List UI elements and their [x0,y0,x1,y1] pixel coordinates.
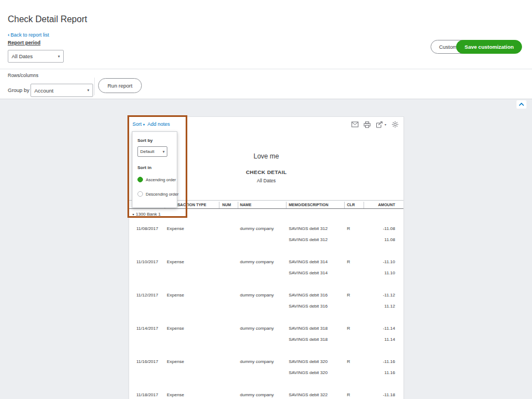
transaction-block: 11/10/2017Expensedummy companySAVINGS de… [129,257,403,290]
transaction-subrow[interactable]: SAVINGS debit 31811.14 [129,334,403,345]
report-period-dropdown[interactable]: All Dates ▾ [8,50,64,63]
cell-amount: -11.16 [356,356,395,367]
cell-memo: SAVINGS debit 322 [289,390,328,399]
column-divider [219,202,219,208]
transaction-row[interactable]: 11/10/2017Expensedummy companySAVINGS de… [129,257,403,268]
transaction-block: 11/08/2017Expensedummy companySAVINGS de… [129,223,403,257]
transaction-row[interactable]: 11/16/2017Expensedummy companySAVINGS de… [129,356,403,367]
export-chevron-down-icon[interactable]: ▾ [385,122,386,126]
cell-clr: R [347,290,350,301]
sort-by-value: Default [140,149,154,154]
collapse-triangle-icon: ▾ [132,213,134,216]
add-notes-link[interactable]: Add notes [147,121,170,127]
column-divider [364,202,364,208]
transaction-subrow[interactable]: SAVINGS debit 31211.08 [129,234,403,245]
cell-amount: -11.14 [356,323,395,334]
table-body: 11/08/2017Expensedummy companySAVINGS de… [129,223,403,399]
transaction-block: 11/18/2017Expensedummy companySAVINGS de… [129,390,403,399]
cell-amount: -11.12 [356,290,395,301]
cell-clr: R [347,356,350,367]
cell-name: dummy company [240,290,274,301]
check-detail-report-page: Check Detail Report ‹Back to report list… [0,0,532,399]
cell-date: 11/18/2017 [136,390,158,399]
sort-link[interactable]: Sort ▾ [132,121,145,127]
cell-memo: SAVINGS debit 316 [289,290,328,301]
transaction-row[interactable]: 11/14/2017Expensedummy companySAVINGS de… [129,323,403,334]
group-row-bank-account[interactable]: ▾1300 Bank 1 [132,210,161,219]
cell-name: dummy company [240,390,274,399]
cell-date: 11/16/2017 [136,356,158,367]
cell-amount: -11.08 [356,223,395,234]
save-customization-button[interactable]: Save customization [456,40,522,54]
transaction-subrow[interactable]: SAVINGS debit 31611.12 [129,301,403,312]
transaction-subrow[interactable]: SAVINGS debit 32011.16 [129,367,403,378]
cell-transaction-type: Expense [167,223,184,234]
gear-icon[interactable] [391,121,399,128]
column-header-name[interactable]: NAME [240,201,252,209]
cell-memo: SAVINGS debit 320 [289,356,328,367]
descending-order-label: Descending order [146,192,178,197]
print-icon[interactable] [364,121,371,128]
cell-transaction-type: Expense [167,290,184,301]
transaction-row[interactable]: 11/08/2017Expensedummy companySAVINGS de… [129,223,403,234]
descending-order-option[interactable]: Descending order [137,191,178,197]
group-by-value: Account [34,88,53,94]
transaction-subrow[interactable]: SAVINGS debit 31411.10 [129,268,403,279]
column-header-memo-description[interactable]: MEMO/DESCRIPTION [289,201,329,209]
column-header-amount[interactable]: AMOUNT [356,201,395,209]
back-to-report-list-link[interactable]: ‹Back to report list [8,32,49,38]
back-chevron-icon: ‹ [8,32,9,38]
cell-transaction-type: Expense [167,323,184,334]
radio-unselected-icon[interactable] [137,191,143,197]
column-divider [286,202,287,208]
column-header-num[interactable]: NUM [222,201,231,209]
sort-link-label: Sort [132,121,142,127]
report-period-value: All Dates [12,53,33,59]
cell-sub-amount: 11.12 [356,301,395,312]
toolbar-vertical-divider [94,78,95,95]
column-divider [238,202,238,208]
cell-sub-memo: SAVINGS debit 318 [289,334,328,345]
cell-clr: R [347,323,350,334]
cell-sub-amount: 11.10 [356,268,395,279]
chevron-down-icon: ▾ [87,88,89,93]
cell-transaction-type: Expense [167,257,184,268]
group-by-label: Group by [8,87,29,93]
transaction-row[interactable]: 11/12/2017Expensedummy companySAVINGS de… [129,290,403,301]
group-by-dropdown[interactable]: Account ▾ [30,84,93,97]
export-icon[interactable] [376,121,383,128]
cell-clr: R [347,390,350,399]
cell-sub-memo: SAVINGS debit 316 [289,301,328,312]
chevron-down-icon: ▾ [162,150,165,154]
rows-columns-label: Rows/columns [8,73,38,78]
collapse-header-button[interactable] [516,100,526,109]
report-card-toolbar: Sort ▾ Add notes ▾ [129,117,403,132]
column-header-clr[interactable]: CLR [347,201,355,209]
cell-transaction-type: Expense [167,356,184,367]
cell-name: dummy company [240,257,274,268]
cell-memo: SAVINGS debit 312 [289,223,328,234]
ascending-order-option[interactable]: Ascending order [137,177,176,182]
cell-clr: R [347,223,350,234]
cell-sub-memo: SAVINGS debit 312 [289,234,328,245]
cell-name: dummy company [240,223,274,234]
email-icon[interactable] [351,121,359,127]
report-period-label: Report period [8,40,40,45]
group-row-label: 1300 Bank 1 [136,212,161,217]
report-action-icons: ▾ [351,121,399,128]
transaction-block: 11/12/2017Expensedummy companySAVINGS de… [129,290,403,323]
transaction-row[interactable]: 11/18/2017Expensedummy companySAVINGS de… [129,390,403,399]
sort-by-label: Sort by [137,138,153,143]
sort-by-dropdown[interactable]: Default ▾ [137,146,167,157]
chevron-down-icon: ▾ [143,122,145,126]
radio-selected-icon[interactable] [137,177,143,182]
cell-memo: SAVINGS debit 314 [289,257,328,268]
run-report-button[interactable]: Run report [98,78,142,93]
cell-transaction-type: Expense [167,390,184,399]
cell-date: 11/12/2017 [136,290,158,301]
column-divider [344,202,345,208]
transaction-block: 11/14/2017Expensedummy companySAVINGS de… [129,323,403,356]
cell-amount: -11.18 [356,390,395,399]
cell-sub-amount: 11.14 [356,334,395,345]
cell-clr: R [347,257,350,268]
